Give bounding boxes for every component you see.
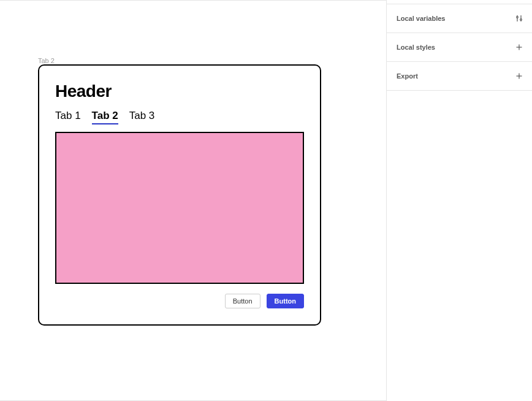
sidebar-section-export[interactable]: Export [387,61,532,91]
secondary-button[interactable]: Button [225,294,260,308]
sidebar-label: Local variables [397,15,446,22]
tabs-row: Tab 1 Tab 2 Tab 3 [55,110,304,124]
sidebar-label: Export [397,72,418,80]
header-title: Header [55,82,304,101]
buttons-row: Button Button [55,294,304,308]
canvas-area[interactable]: Tab 2 Header Tab 1 Tab 2 Tab 3 Button Bu… [0,0,386,401]
plus-icon[interactable] [515,72,523,80]
svg-point-2 [517,17,519,18]
plus-icon[interactable] [515,43,523,52]
sidebar-label: Local styles [397,44,435,51]
tab-content-box [55,132,304,284]
primary-button[interactable]: Button [267,294,304,308]
inspector-sidebar: Local variables Local styles Export [386,0,532,401]
tab-1[interactable]: Tab 1 [55,110,81,124]
tab-3[interactable]: Tab 3 [129,110,155,124]
svg-point-3 [520,19,522,21]
frame-label[interactable]: Tab 2 [38,57,55,64]
design-frame[interactable]: Header Tab 1 Tab 2 Tab 3 Button Button [38,64,321,326]
sidebar-section-local-styles[interactable]: Local styles [387,32,532,62]
sliders-icon[interactable] [515,14,523,23]
sidebar-section-local-variables[interactable]: Local variables [387,4,532,33]
tab-2[interactable]: Tab 2 [92,110,118,124]
